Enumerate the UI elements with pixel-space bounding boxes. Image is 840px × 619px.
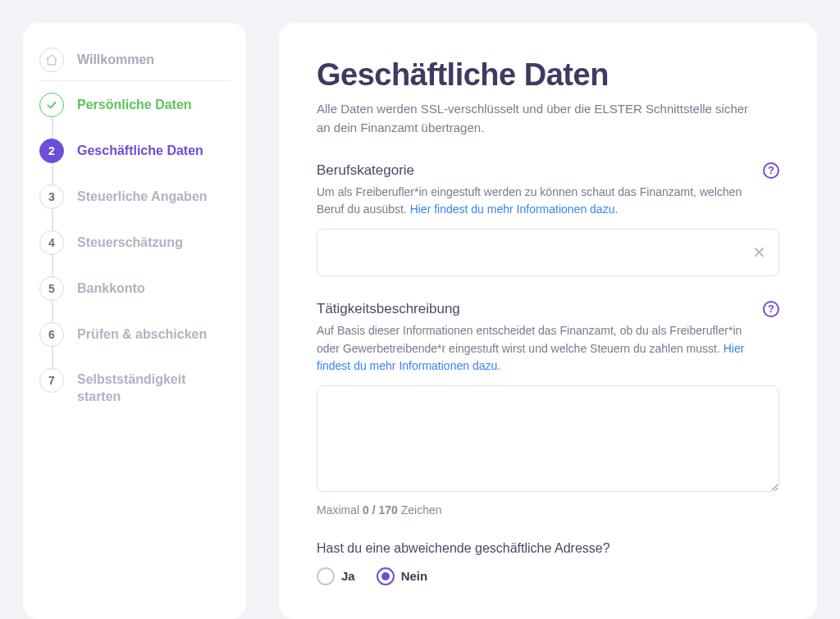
step-connector	[52, 347, 53, 368]
step-number-badge: 6	[39, 322, 64, 347]
group-job-category: Berufskategorie ? Um als Freiberufler*in…	[317, 162, 779, 276]
radio-option-yes[interactable]: Ja	[317, 567, 355, 585]
sidebar-item-label: Steuerschätzung	[66, 230, 183, 255]
page-subtitle: Alle Daten werden SSL-verschlüsselt und …	[317, 99, 760, 138]
sidebar-item-business-data[interactable]: 2 Geschäftliche Daten	[38, 139, 231, 163]
group-description: Auf Basis dieser Informationen entscheid…	[317, 322, 760, 375]
step-connector	[52, 163, 53, 184]
sidebar-item-start-self-employment[interactable]: 7 Selbstständigkeit starten	[38, 368, 231, 409]
divider	[38, 80, 231, 81]
char-counter-pre: Maximal	[317, 503, 363, 517]
radio-option-no[interactable]: Nein	[377, 567, 428, 585]
step-connector	[52, 301, 53, 322]
check-icon	[39, 93, 64, 117]
group-activity-description: Tätigkeitsbeschreibung ? Auf Basis diese…	[317, 301, 779, 517]
step-sidebar: Willkommen Persönliche Daten 2 Geschäft	[23, 23, 246, 619]
main-panel: Geschäftliche Daten Alle Daten werden SS…	[279, 23, 817, 619]
sidebar-item-label: Willkommen	[66, 48, 154, 72]
radio-label: Nein	[401, 569, 428, 583]
sidebar-item-tax-estimate[interactable]: 4 Steuerschätzung	[38, 230, 231, 255]
help-icon[interactable]: ?	[763, 301, 779, 317]
step-number-badge: 3	[39, 184, 64, 209]
job-category-input[interactable]	[317, 229, 779, 276]
group-description: Um als Freiberufler*in eingestuft werden…	[317, 184, 760, 219]
char-counter-post: Zeichen	[398, 503, 442, 517]
sidebar-item-personal-data[interactable]: Persönliche Daten	[38, 93, 231, 117]
step-number-badge: 7	[39, 368, 64, 393]
radio-icon	[317, 567, 335, 585]
group-label: Tätigkeitsbeschreibung	[317, 301, 460, 317]
sidebar-item-label: Geschäftliche Daten	[66, 139, 203, 163]
char-counter-count: 0 / 170	[363, 503, 398, 517]
sidebar-item-bank-account[interactable]: 5 Bankkonto	[38, 276, 231, 301]
sidebar-item-label: Steuerliche Angaben	[66, 184, 208, 209]
radio-label: Ja	[341, 569, 355, 583]
home-icon	[39, 48, 64, 72]
char-counter: Maximal 0 / 170 Zeichen	[317, 503, 779, 517]
more-info-link[interactable]: Hier findest du mehr Informationen dazu.	[410, 203, 619, 216]
help-icon[interactable]: ?	[763, 162, 779, 179]
page-title: Geschäftliche Daten	[317, 57, 779, 93]
step-number-badge: 2	[39, 139, 64, 163]
sidebar-item-label: Prüfen & abschicken	[66, 322, 207, 347]
group-business-address-question: Hast du eine abweichende geschäftliche A…	[317, 541, 779, 585]
step-connector	[52, 209, 53, 230]
activity-description-textarea[interactable]	[317, 385, 779, 492]
group-label: Berufskategorie	[317, 162, 414, 179]
radio-icon	[377, 567, 395, 585]
step-connector	[52, 255, 53, 276]
sidebar-item-label: Selbstständigkeit starten	[66, 368, 231, 409]
sidebar-item-welcome[interactable]: Willkommen	[38, 48, 231, 72]
sidebar-item-tax-info[interactable]: 3 Steuerliche Angaben	[38, 184, 231, 209]
clear-icon[interactable]: ✕	[752, 244, 766, 261]
sidebar-item-label: Persönliche Daten	[66, 93, 192, 117]
sidebar-item-review-submit[interactable]: 6 Prüfen & abschicken	[38, 322, 231, 347]
sidebar-item-label: Bankkonto	[66, 276, 145, 301]
group-description-text: Auf Basis dieser Informationen entscheid…	[317, 324, 742, 355]
question-label: Hast du eine abweichende geschäftliche A…	[317, 541, 779, 556]
step-number-badge: 4	[39, 230, 64, 255]
step-connector	[52, 117, 53, 139]
step-number-badge: 5	[39, 276, 64, 301]
